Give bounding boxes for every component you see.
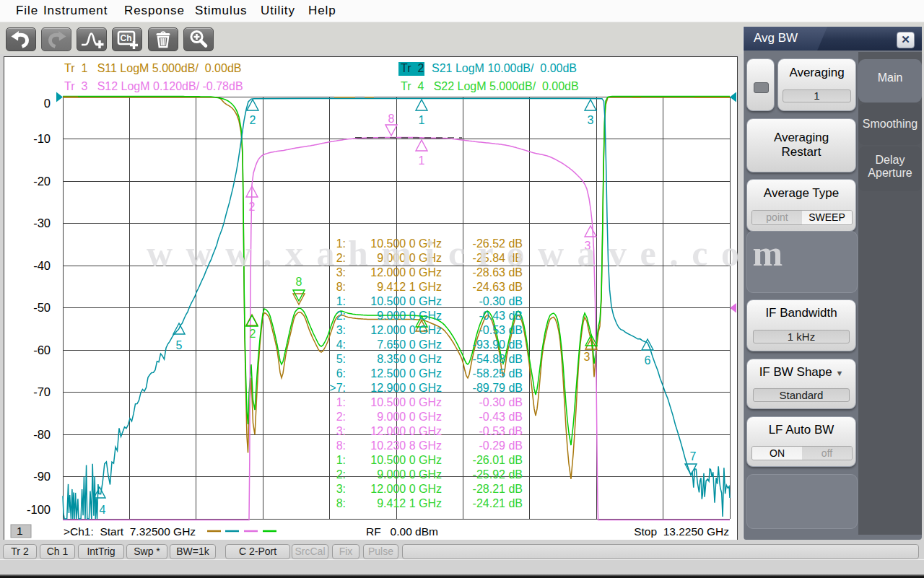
svg-text:-100: -100: [27, 503, 51, 516]
svg-text:-0.30 dB: -0.30 dB: [479, 295, 523, 307]
svg-text:12.000 0 GHz: 12.000 0 GHz: [370, 324, 442, 336]
svg-text:2: 2: [250, 328, 256, 340]
svg-text:8: 8: [388, 113, 395, 125]
svg-text:-20: -20: [33, 175, 51, 188]
svg-text:9.000 0 GHz: 9.000 0 GHz: [377, 310, 442, 322]
svg-text:3:: 3:: [336, 483, 346, 495]
svg-text:12.000 0 GHz: 12.000 0 GHz: [370, 483, 442, 495]
svg-text:-26.01 dB: -26.01 dB: [473, 454, 523, 466]
svg-text:12.900 0 GHz: 12.900 0 GHz: [370, 382, 442, 394]
svg-text:7: 7: [690, 450, 697, 463]
svg-text:-89.79 dB: -89.79 dB: [473, 382, 523, 394]
svg-text:3:: 3:: [336, 324, 346, 336]
svg-text:-0.29 dB: -0.29 dB: [479, 439, 523, 452]
svg-text:2:: 2:: [336, 310, 346, 322]
svg-text:-24.21 dB: -24.21 dB: [473, 497, 523, 509]
svg-text:9.412 1 GHz: 9.412 1 GHz: [377, 281, 442, 293]
svg-text:3: 3: [584, 351, 590, 363]
svg-text:>7:: >7:: [329, 382, 346, 394]
svg-text:7.650 0 GHz: 7.650 0 GHz: [377, 338, 442, 351]
svg-text:-0.43 dB: -0.43 dB: [479, 411, 523, 423]
svg-text:8.350 0 GHz: 8.350 0 GHz: [377, 353, 442, 365]
svg-text:Tr 4 S22 LogM 5.000dB/ 0.0: Tr 4 S22 LogM 5.000dB/ 0.00dB: [401, 80, 579, 92]
svg-text:-90: -90: [33, 470, 51, 483]
svg-text:0: 0: [44, 97, 51, 110]
svg-text:2:: 2:: [336, 468, 346, 481]
svg-text:1: 1: [17, 525, 23, 537]
svg-text:1:: 1:: [336, 454, 346, 466]
svg-text:RF 0.00 dBm: RF 0.00 dBm: [366, 525, 438, 538]
svg-text:1: 1: [419, 114, 425, 126]
svg-text:2: 2: [249, 201, 256, 213]
svg-text:1: 1: [419, 154, 425, 167]
svg-text:-54.88 dB: -54.88 dB: [473, 353, 523, 365]
svg-text:10.500 0 GHz: 10.500 0 GHz: [370, 454, 442, 466]
svg-text:-25.92 dB: -25.92 dB: [473, 468, 523, 481]
svg-text:10.500 0 GHz: 10.500 0 GHz: [370, 295, 442, 307]
svg-text:-0.43 dB: -0.43 dB: [479, 310, 523, 322]
svg-text:-0.30 dB: -0.30 dB: [479, 396, 523, 408]
svg-text:-50: -50: [33, 301, 51, 314]
svg-text:2: 2: [250, 114, 256, 126]
svg-text:-10: -10: [33, 132, 51, 145]
svg-text:>Ch1: Start 7.32500 GHz: >Ch1: Start 7.32500 GHz: [64, 525, 196, 538]
svg-text:-58.25 dB: -58.25 dB: [473, 367, 523, 380]
svg-text:Stop 13.2250 GHz: Stop 13.2250 GHz: [634, 525, 729, 538]
svg-text:8:: 8:: [336, 439, 346, 452]
svg-text:-70: -70: [33, 385, 51, 398]
svg-text:2:: 2:: [336, 411, 346, 423]
svg-text:1:: 1:: [336, 295, 346, 307]
svg-text:Tr 2: Tr 2: [401, 62, 424, 74]
svg-text:5:: 5:: [336, 353, 346, 365]
svg-text:S21 LogM 10.00dB/ 0.00dB: S21 LogM 10.00dB/ 0.00dB: [432, 62, 577, 74]
svg-text:9.000 0 GHz: 9.000 0 GHz: [377, 411, 442, 423]
svg-text:Tr 3 S12 LogM 0.120dB/ -0.7: Tr 3 S12 LogM 0.120dB/ -0.78dB: [64, 80, 243, 92]
svg-text:6:: 6:: [336, 367, 346, 380]
svg-text:6: 6: [645, 354, 651, 367]
svg-text:Tr 1 S11 LogM 5.000dB/ 0.0: Tr 1 S11 LogM 5.000dB/ 0.00dB: [64, 62, 241, 74]
svg-text:-0.53 dB: -0.53 dB: [479, 324, 523, 336]
svg-text:-28.21 dB: -28.21 dB: [473, 483, 523, 495]
svg-text:10.500 0 GHz: 10.500 0 GHz: [370, 396, 442, 408]
svg-text:3:: 3:: [336, 425, 346, 437]
svg-text:1:: 1:: [336, 396, 346, 408]
svg-text:8: 8: [296, 276, 302, 288]
svg-text:10.230 8 GHz: 10.230 8 GHz: [370, 439, 442, 452]
svg-text:-30: -30: [33, 216, 51, 229]
svg-text:9.412 1 GHz: 9.412 1 GHz: [377, 497, 442, 509]
svg-text:-24.63 dB: -24.63 dB: [473, 281, 523, 293]
svg-text:4:: 4:: [336, 338, 346, 351]
svg-text:8:: 8:: [336, 281, 346, 293]
svg-text:-0.53 dB: -0.53 dB: [479, 425, 523, 437]
svg-text:8:: 8:: [336, 497, 346, 509]
svg-text:12.500 0 GHz: 12.500 0 GHz: [370, 367, 442, 380]
svg-text:-93.90 dB: -93.90 dB: [473, 338, 523, 351]
svg-text:-40: -40: [33, 259, 51, 272]
svg-text:-80: -80: [33, 428, 51, 441]
svg-text:12.000 0 GHz: 12.000 0 GHz: [370, 425, 442, 437]
svg-text:-60: -60: [33, 343, 51, 356]
svg-text:5: 5: [176, 339, 183, 351]
svg-text:9.000 0 GHz: 9.000 0 GHz: [377, 468, 442, 481]
svg-text:4: 4: [100, 504, 106, 516]
svg-text:3: 3: [588, 114, 594, 126]
